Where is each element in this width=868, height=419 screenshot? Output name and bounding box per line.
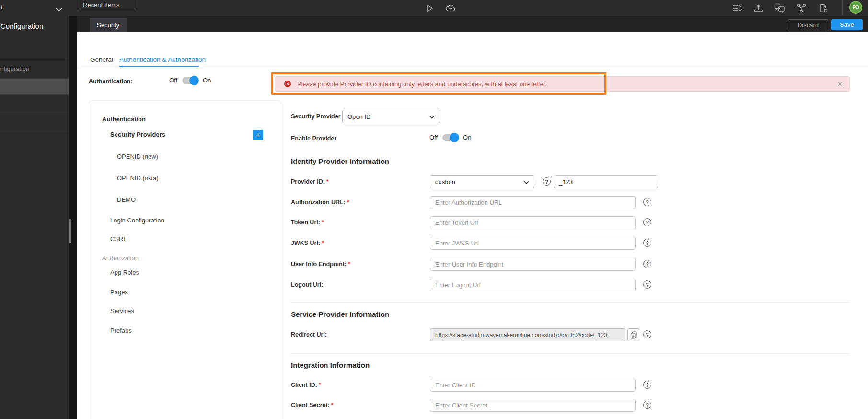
client-id-input[interactable]: [430, 379, 636, 392]
sidebar-item-configuration[interactable]: Configuration: [0, 59, 69, 79]
nav-item-services[interactable]: Services: [110, 307, 134, 314]
provider-id-select[interactable]: custom: [430, 175, 534, 188]
save-button[interactable]: Save: [831, 19, 863, 30]
logout-url-input[interactable]: [430, 279, 636, 291]
sidebar-item[interactable]: [0, 113, 69, 131]
close-icon[interactable]: ✕: [837, 81, 843, 88]
help-icon[interactable]: ?: [643, 381, 651, 389]
authorization-url-label: Authorization URL:*: [291, 199, 349, 206]
alert-message: Please provide Provider ID containing on…: [297, 81, 547, 88]
help-icon[interactable]: ?: [643, 280, 651, 289]
help-icon[interactable]: ?: [543, 177, 551, 186]
enable-provider-toggle[interactable]: Off On: [429, 134, 471, 141]
top-bar: t: [0, 0, 868, 16]
sidebar-title: Configuration: [0, 22, 69, 30]
authorization-url-input[interactable]: [430, 196, 636, 209]
sub-header: Security Discard Save: [77, 16, 868, 32]
user-info-endpoint-input[interactable]: [430, 258, 636, 271]
toggle-on-label: On: [203, 77, 211, 84]
avatar[interactable]: PD: [849, 1, 862, 14]
nav-section-authorization: Authorization: [102, 255, 139, 262]
nav-item-openid-okta[interactable]: OPENID (okta): [117, 175, 159, 182]
tab-authentication-authorization[interactable]: Authentication & Authorization: [119, 56, 206, 63]
nav-item-authentication[interactable]: Authentication: [102, 116, 146, 123]
nav-item-app-roles[interactable]: App Roles: [110, 269, 139, 276]
nav-item-demo[interactable]: DEMO: [117, 196, 136, 203]
recent-items-input[interactable]: [78, 0, 136, 11]
redirect-url-label: Redirect Url:: [291, 331, 327, 338]
page-sync-icon[interactable]: [818, 3, 829, 13]
tab-general[interactable]: General: [90, 56, 113, 63]
section-divider: [291, 302, 849, 303]
authentication-label: Authentication:: [89, 78, 133, 85]
help-icon[interactable]: ?: [643, 260, 651, 268]
section-divider: [291, 353, 849, 354]
enable-provider-label: Enable Provider: [291, 135, 336, 142]
app-window: t: [0, 0, 868, 419]
chevron-down-icon[interactable]: [56, 6, 62, 13]
nav-item-openid-new[interactable]: OPENID (new): [117, 153, 158, 160]
sidebar-item-selected[interactable]: [0, 79, 69, 95]
project-name-clipped: t: [1, 3, 3, 11]
main-content: General Authentication & Authorization A…: [77, 32, 868, 419]
help-icon[interactable]: ?: [643, 198, 651, 206]
security-provider-label: Security Provider: [291, 113, 341, 120]
nav-item-security-providers[interactable]: Security Providers: [110, 131, 165, 138]
user-info-endpoint-label: User Info Endpoint:*: [291, 261, 350, 268]
help-icon[interactable]: ?: [643, 330, 651, 338]
token-url-label: Token Url:*: [291, 219, 324, 226]
sidebar-title-row: Configuration: [0, 22, 69, 59]
nav-item-csrf[interactable]: CSRF: [110, 235, 127, 243]
provider-id-input[interactable]: [554, 175, 658, 188]
toggle-knob[interactable]: [450, 133, 459, 142]
validation-alert: ✕ Please provide Provider ID containing …: [275, 76, 850, 92]
toggle-off-label: Off: [169, 77, 177, 84]
service-provider-heading: Service Provider Information: [291, 310, 389, 318]
help-icon[interactable]: ?: [643, 218, 651, 226]
share-icon[interactable]: [796, 3, 807, 13]
discard-button[interactable]: Discard: [788, 19, 828, 31]
sidebar-scrollbar[interactable]: [69, 219, 71, 243]
nav-item-login-configuration[interactable]: Login Configuration: [110, 217, 164, 224]
toggle-knob[interactable]: [189, 76, 199, 85]
provider-id-label: Provider ID:*: [291, 178, 329, 185]
sidebar-item-label: Configuration: [0, 65, 69, 72]
help-icon[interactable]: ?: [643, 401, 651, 409]
client-secret-label: Client Secret:*: [291, 402, 333, 408]
translate-icon[interactable]: [774, 3, 785, 13]
tabs-divider: [77, 68, 868, 68]
left-sidebar: Configuration Configuration: [0, 16, 69, 419]
toggle-track[interactable]: [442, 134, 458, 141]
checklist-icon[interactable]: [731, 3, 743, 13]
play-icon[interactable]: [424, 3, 435, 13]
authentication-toggle[interactable]: Off On: [169, 77, 211, 84]
client-secret-input[interactable]: [430, 399, 636, 412]
toggle-on-label: On: [463, 134, 471, 141]
copy-icon[interactable]: [627, 328, 639, 341]
sidebar-item[interactable]: [0, 95, 69, 113]
deploy-icon[interactable]: [752, 3, 764, 13]
security-tab[interactable]: Security: [90, 18, 127, 32]
jwks-url-label: JWKS Url:*: [291, 240, 324, 246]
nav-item-prefabs[interactable]: Prefabs: [110, 327, 132, 334]
toggle-track[interactable]: [182, 77, 198, 84]
chevron-down-icon: [523, 178, 529, 186]
client-id-label: Client ID:*: [291, 382, 321, 388]
nav-item-pages[interactable]: Pages: [110, 289, 128, 296]
integration-heading: Integration Information: [291, 361, 370, 369]
help-icon[interactable]: ?: [643, 239, 651, 247]
logout-url-label: Logout Url:: [291, 281, 324, 288]
add-provider-button[interactable]: +: [253, 130, 263, 140]
jwks-url-input[interactable]: [430, 237, 636, 250]
redirect-url-input: [430, 328, 625, 341]
sidebar-gutter: [69, 16, 77, 419]
security-nav-panel: Authentication Security Providers + OPEN…: [89, 100, 281, 419]
topbar-divider: [842, 0, 843, 16]
security-provider-select[interactable]: Open ID: [342, 110, 440, 123]
toggle-off-label: Off: [429, 134, 438, 141]
identity-provider-heading: Identity Provider Information: [291, 157, 389, 165]
cloud-upload-icon[interactable]: [445, 3, 456, 13]
token-url-input[interactable]: [430, 216, 636, 229]
error-icon: ✕: [284, 81, 291, 87]
active-tab-underline: [119, 66, 199, 67]
